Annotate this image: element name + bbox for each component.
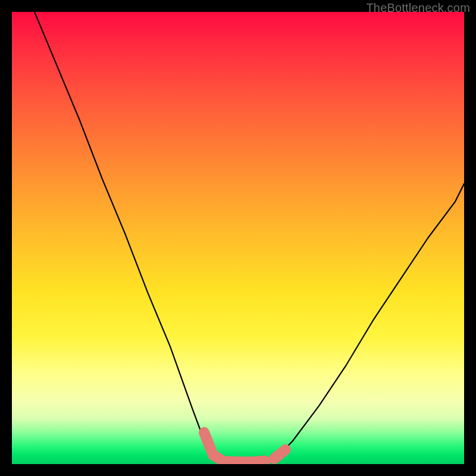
plot-area (12, 12, 464, 464)
main-curve (35, 12, 464, 464)
watermark-text: TheBottleneck.com (366, 1, 470, 15)
bottom-right-marker (274, 450, 286, 459)
curve-layer (12, 12, 464, 464)
chart-canvas: TheBottleneck.com (0, 0, 476, 476)
bottom-left-marker (204, 433, 222, 461)
bottom-flat-marker (224, 461, 265, 462)
left-branch-line (35, 12, 215, 459)
right-branch-line (274, 184, 464, 460)
marker-group (204, 433, 286, 462)
